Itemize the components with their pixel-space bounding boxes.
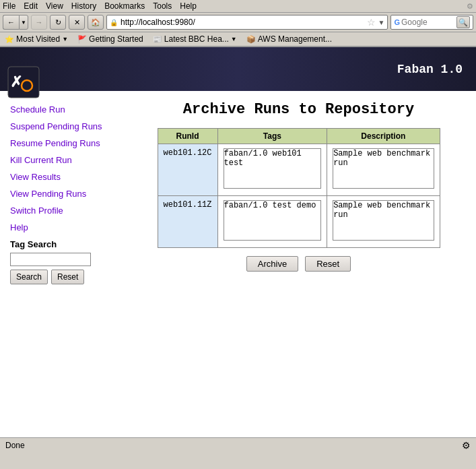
google-search-button[interactable]: 🔍 xyxy=(456,16,470,28)
table-row: web101.11Z xyxy=(158,196,440,248)
most-visited-icon: ⭐ xyxy=(5,35,14,44)
sidebar-item-schedule-run[interactable]: Schedule Run xyxy=(10,104,111,115)
content-area: Archive Runs to Repository RunId Tags De… xyxy=(121,91,476,298)
page-content: ✗ Faban 1.0 Schedule Run Suspend Pending… xyxy=(0,47,476,437)
google-search-input[interactable] xyxy=(401,18,455,27)
bookmark-most-visited-label: Most Visited xyxy=(16,34,60,44)
col-header-tags: Tags xyxy=(217,129,327,144)
url-bar[interactable]: 🔒 ☆ ▼ xyxy=(106,15,388,30)
url-input[interactable] xyxy=(121,18,364,27)
sidebar-item-switch-profile[interactable]: Switch Profile xyxy=(10,206,111,216)
sidebar: Schedule Run Suspend Pending Runs Resume… xyxy=(0,91,121,298)
table-row: web101.12C xyxy=(158,144,440,196)
back-dropdown[interactable]: ▼ xyxy=(19,15,28,30)
tags-cell-1[interactable] xyxy=(217,196,327,248)
bookmark-star-icon[interactable]: ☆ xyxy=(367,17,376,28)
desc-cell-0[interactable] xyxy=(327,144,440,196)
menu-help[interactable]: Help xyxy=(180,1,197,11)
bookmark-getting-started[interactable]: 🚩 Getting Started xyxy=(75,34,145,44)
url-security-icon: 🔒 xyxy=(110,19,118,26)
runs-table: RunId Tags Description web101.12C xyxy=(158,128,440,248)
run-id-cell-0: web101.12C xyxy=(158,144,217,196)
home-button[interactable]: 🏠 xyxy=(88,15,104,30)
bookmark-most-visited[interactable]: ⭐ Most Visited ▼ xyxy=(3,34,70,44)
archive-button[interactable]: Archive xyxy=(246,256,298,272)
faban-logo-svg: ✗ xyxy=(7,65,40,99)
bookmark-aws-label: AWS Management... xyxy=(258,34,332,44)
run-id-cell-1: web101.11Z xyxy=(158,196,217,248)
tag-search-input[interactable] xyxy=(10,253,91,266)
tags-textarea-1[interactable] xyxy=(224,200,322,241)
desc-cell-1[interactable] xyxy=(327,196,440,248)
faban-title: Faban 1.0 xyxy=(397,63,463,76)
button-row: Archive Reset xyxy=(135,256,463,272)
menu-edit[interactable]: Edit xyxy=(24,1,38,11)
main-layout: Schedule Run Suspend Pending Runs Resume… xyxy=(0,91,476,298)
status-bar: Done ⚙ xyxy=(0,437,476,452)
menu-bookmarks[interactable]: Bookmarks xyxy=(104,1,145,11)
reset-button[interactable]: Reset xyxy=(305,256,351,272)
bookmark-bbc[interactable]: 📰 Latest BBC Hea... ▼ xyxy=(151,34,239,44)
desc-textarea-1[interactable] xyxy=(333,200,434,241)
svg-text:✗: ✗ xyxy=(10,73,22,90)
status-text: Done xyxy=(5,441,25,450)
col-header-runid: RunId xyxy=(158,129,217,144)
bookmarks-bar: ⭐ Most Visited ▼ 🚩 Getting Started 📰 Lat… xyxy=(0,32,476,46)
sidebar-item-view-pending-runs[interactable]: View Pending Runs xyxy=(10,189,111,199)
window-controls: ⚙ xyxy=(467,2,473,11)
page-title: Archive Runs to Repository xyxy=(135,101,463,118)
tag-search-label: Tag Search xyxy=(10,239,111,249)
reset-search-button[interactable]: Reset xyxy=(51,270,84,284)
tags-cell-0[interactable] xyxy=(217,144,327,196)
bookmark-getting-started-label: Getting Started xyxy=(89,34,143,44)
bookmark-bbc-label: Latest BBC Hea... xyxy=(164,34,229,44)
desc-textarea-0[interactable] xyxy=(333,148,434,189)
back-button[interactable]: ← xyxy=(3,15,19,30)
sidebar-item-suspend-pending-runs[interactable]: Suspend Pending Runs xyxy=(10,121,111,131)
tags-textarea-0[interactable] xyxy=(224,148,322,189)
google-logo: G xyxy=(394,18,400,26)
faban-header: ✗ Faban 1.0 xyxy=(0,47,476,91)
menu-tools[interactable]: Tools xyxy=(153,1,172,11)
most-visited-arrow: ▼ xyxy=(62,36,68,42)
sidebar-item-view-results[interactable]: View Results xyxy=(10,172,111,182)
menu-file[interactable]: File xyxy=(3,1,15,11)
google-search-box[interactable]: G 🔍 xyxy=(390,15,473,30)
sidebar-item-resume-pending-runs[interactable]: Resume Pending Runs xyxy=(10,138,111,148)
getting-started-icon: 🚩 xyxy=(77,35,87,44)
url-dropdown-icon[interactable]: ▼ xyxy=(378,19,385,26)
menu-history[interactable]: History xyxy=(71,1,96,11)
bbc-icon: 📰 xyxy=(153,35,162,44)
search-button[interactable]: Search xyxy=(10,270,48,284)
menu-view[interactable]: View xyxy=(46,1,63,11)
sidebar-item-kill-current-run[interactable]: Kill Current Run xyxy=(10,155,111,165)
status-gear-icon: ⚙ xyxy=(462,440,471,451)
aws-icon: 📦 xyxy=(246,35,256,44)
sidebar-item-help[interactable]: Help xyxy=(10,222,111,232)
bookmark-aws[interactable]: 📦 AWS Management... xyxy=(244,34,334,44)
reload-button[interactable]: ↻ xyxy=(50,15,66,30)
menu-bar: File Edit View History Bookmarks Tools H… xyxy=(0,0,476,13)
bbc-arrow: ▼ xyxy=(231,36,237,42)
stop-button[interactable]: ✕ xyxy=(69,15,85,30)
forward-button[interactable]: → xyxy=(31,15,47,30)
back-forward-group: ← ▼ xyxy=(3,15,28,30)
col-header-description: Description xyxy=(327,129,440,144)
toolbar: ← ▼ → ↻ ✕ 🏠 🔒 ☆ ▼ G 🔍 xyxy=(0,13,476,32)
